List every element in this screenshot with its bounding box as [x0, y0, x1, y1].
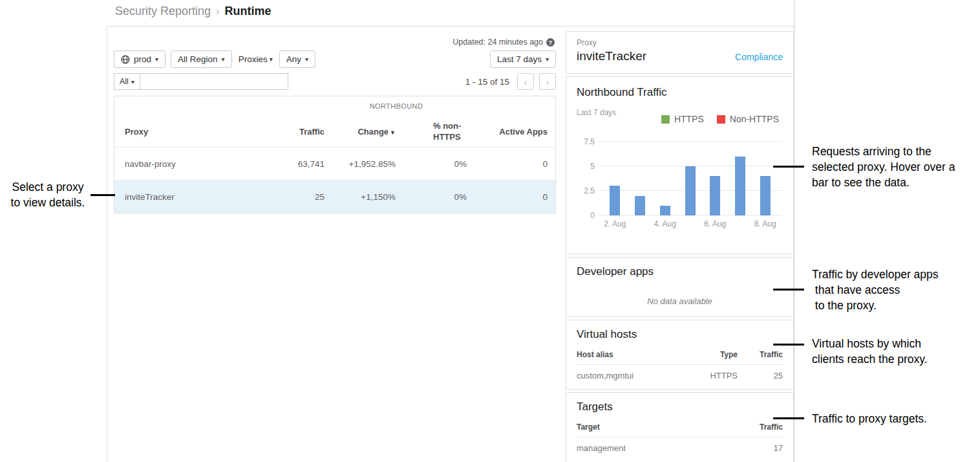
table-row[interactable]: navbar-proxy63,741+1,952.85%0%0 [114, 147, 555, 180]
vhost-cell-type: HTTPS [686, 365, 738, 386]
traffic-card-title: Northbound Traffic [577, 86, 667, 99]
chevron-right-icon: › [216, 6, 219, 17]
bar-slot [628, 142, 653, 215]
annotation-virtual-hosts: Virtual hosts by whichclients reach the … [812, 336, 928, 367]
breadcrumb: Security Reporting › Runtime [115, 5, 271, 18]
region-label: All Region [178, 54, 218, 64]
cell-traffic: 25 [263, 192, 325, 202]
date-range-label: Last 7 days [497, 54, 542, 64]
vhost-row[interactable]: custom,mgmtuiHTTPS25 [577, 365, 783, 386]
table-row[interactable]: inviteTracker25+1,150%0%0 [114, 180, 555, 213]
no-data-message: No data available [577, 296, 783, 306]
screenshot-right-edge [794, 0, 794, 462]
filter-row: prod ▾ All Region ▾ Proxies ▾ Any ▾ [114, 50, 315, 68]
annotation-text-line: to the proxy. [812, 298, 939, 313]
bar-7. Aug[interactable] [735, 157, 745, 215]
cell-active-apps: 0 [467, 192, 548, 202]
cell-active-apps: 0 [467, 159, 548, 169]
compliance-link[interactable]: Compliance [735, 52, 783, 62]
cell-traffic: 63,741 [263, 159, 325, 169]
chart-legend: HTTPSNon-HTTPS [661, 114, 779, 124]
bar-8. Aug[interactable] [760, 176, 771, 215]
bar-slot [652, 142, 677, 215]
search-scope-label: All [120, 77, 129, 86]
caret-down-icon: ▾ [546, 56, 549, 63]
help-icon[interactable]: ? [546, 38, 555, 47]
region-dropdown[interactable]: All Region ▾ [171, 50, 232, 68]
x-tick-label: 2. Aug [602, 219, 628, 228]
northbound-group-header: NORTHBOUND [254, 102, 538, 110]
legend-item: Non-HTTPS [717, 114, 779, 124]
developer-apps-title: Developer apps [577, 265, 783, 278]
annotation-developer-apps: Traffic by developer apps that have acce… [812, 267, 939, 313]
annotation-text-line: clients reach the proxy. [812, 351, 928, 367]
pagination: 1 - 15 of 15 ‹ › [465, 73, 556, 90]
cell-change: +1,150% [325, 192, 396, 202]
globe-icon [121, 55, 130, 64]
bar-slot [703, 142, 728, 215]
annotation-text-line: Traffic by developer apps [812, 267, 939, 282]
table-header-row: Proxy Traffic Change▼ % non-HTTPS Active… [114, 116, 555, 147]
page-title: Runtime [224, 5, 271, 18]
bar-3. Aug[interactable] [635, 196, 645, 215]
proxies-label: Proxies [239, 54, 268, 64]
chevron-left-icon: ‹ [524, 76, 527, 87]
callout-line-virtual-hosts [773, 344, 804, 346]
chart-plot-area: 02.557.5 [599, 142, 782, 215]
next-page-button[interactable]: › [539, 73, 556, 90]
annotation-text-line: bar to see the data. [812, 175, 955, 190]
annotation-text-line: selected proxy. Hover over a [812, 159, 955, 175]
cell-non-https: 0% [396, 159, 467, 169]
annotation-requests: Requests arriving to theselected proxy. … [812, 144, 955, 190]
environment-label: prod [134, 54, 151, 64]
pagination-range: 1 - 15 of 15 [465, 77, 509, 87]
updated-text: Updated: 24 minutes ago [453, 38, 543, 47]
callout-line-developer-apps [773, 289, 804, 291]
proxy-detail-card: Proxy inviteTracker Compliance [566, 31, 794, 74]
cell-non-https: 0% [396, 192, 467, 202]
search-scope-dropdown[interactable]: All ▾ [114, 73, 140, 90]
x-tick-label: 6. Aug [703, 219, 728, 228]
col-header-non-https[interactable]: % non-HTTPS [396, 120, 467, 142]
caret-down-icon: ▾ [155, 56, 158, 63]
date-range-dropdown[interactable]: Last 7 days ▾ [490, 50, 556, 68]
header-divider [107, 26, 794, 27]
legend-item: HTTPS [661, 114, 704, 124]
table-body: navbar-proxy63,741+1,952.85%0%0inviteTra… [114, 147, 555, 213]
annotation-text-line: Traffic to proxy targets. [812, 411, 927, 426]
caret-down-icon: ▾ [305, 56, 308, 63]
proxy-label: Proxy [577, 38, 783, 47]
y-tick-label: 7.5 [574, 137, 595, 146]
bar-4. Aug[interactable] [660, 206, 670, 215]
target-row[interactable]: management17 [577, 437, 783, 459]
callout-line-targets [773, 417, 804, 419]
vhost-table-body: custom,mgmtuiHTTPS25 [577, 365, 783, 386]
content-left-border [107, 26, 107, 462]
search-input[interactable] [140, 73, 288, 90]
x-tick-label: 4. Aug [652, 219, 677, 228]
x-tick-label [628, 219, 653, 228]
col-header-proxy[interactable]: Proxy [125, 127, 263, 137]
bar-5. Aug[interactable] [685, 166, 696, 215]
bars-group [602, 142, 778, 215]
prev-page-button[interactable]: ‹ [517, 73, 534, 90]
search-bar: All ▾ [114, 73, 288, 90]
legend-swatch-icon [717, 115, 725, 124]
bar-6. Aug[interactable] [710, 176, 720, 215]
environment-dropdown[interactable]: prod ▾ [114, 50, 165, 68]
traffic-card-subtitle: Last 7 days [577, 108, 616, 117]
table-group-header-row: NORTHBOUND [114, 96, 555, 116]
virtual-hosts-title: Virtual hosts [577, 328, 783, 341]
northbound-traffic-card: Northbound Traffic Last 7 days HTTPSNon-… [566, 76, 794, 254]
col-header-active-apps[interactable]: Active Apps [467, 127, 548, 137]
col-header-change[interactable]: Change▼ [325, 127, 396, 137]
proxies-dropdown[interactable]: Proxies ▾ [237, 54, 274, 64]
annotation-text-line: to view details. [0, 195, 96, 210]
bar-slot [602, 142, 628, 215]
callout-line-requests [773, 166, 804, 168]
any-dropdown[interactable]: Any ▾ [279, 50, 315, 68]
breadcrumb-parent[interactable]: Security Reporting [115, 5, 211, 18]
col-header-traffic[interactable]: Traffic [263, 127, 325, 137]
bar-slot [752, 142, 778, 215]
bar-2. Aug[interactable] [610, 186, 620, 215]
